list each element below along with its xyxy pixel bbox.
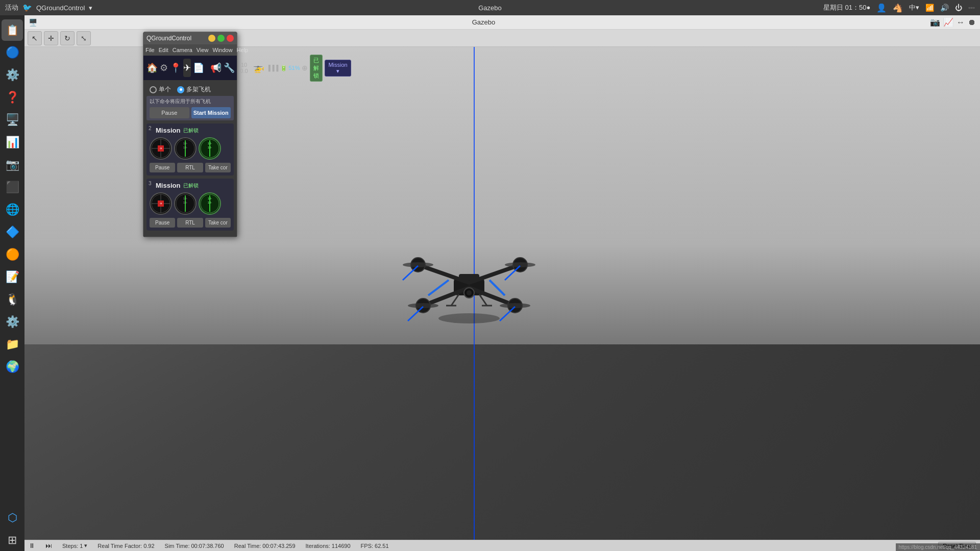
gz-rotate-tool[interactable]: ↻ [60,31,75,45]
gazebo-titlebar-left: 🖥️ [29,18,37,27]
horse-icon[interactable]: 🐴 [893,3,903,13]
qgc-doc-btn[interactable]: 📄 [193,59,204,77]
gz-translate-tool[interactable]: ✛ [44,31,58,45]
resize-icon[interactable]: ↔ [957,18,965,27]
drone-3-buttons: Pause RTL Take cor [150,218,231,228]
dock-item-app3[interactable]: ❓ [2,87,23,108]
gz-select-tool[interactable]: ↖ [28,31,42,45]
qgc-waypoint-btn[interactable]: 📍 [170,59,181,77]
speed-gauge-svg: 10- 10- [175,138,195,159]
camera-icon: 📷 [6,158,19,171]
svg-line-21 [403,266,418,280]
fps-display: FPS: 62.51 [361,543,389,549]
qgc-maximize-btn[interactable] [217,35,225,42]
drone-2-pause-btn[interactable]: Pause [150,163,175,172]
drone-3-pause-btn[interactable]: Pause [150,218,175,228]
broadcast-start-mission-button[interactable]: Start Mission [191,107,231,118]
dock-item-app4[interactable]: 🖥️ [2,109,23,131]
dock-item-app2[interactable]: ⚙️ [2,64,23,86]
menu-window[interactable]: Window [212,47,232,53]
steps-arrow[interactable]: ▾ [84,542,87,549]
mission-button[interactable]: Mission ▾ [325,60,351,77]
dock-item-terminal[interactable]: ⬛ [2,177,23,198]
qgc-plan-btn[interactable]: ✈ [183,59,191,77]
qgc-vehicle-icon[interactable]: 🚁 [253,59,264,77]
svg-line-26 [489,280,505,295]
menu-help[interactable]: Help [237,47,249,53]
url-text: https://blog.csdn.net/qq_44324181 [899,544,977,550]
dock-item-pulse[interactable]: 📊 [2,132,23,153]
sim-time-value: 00:07:38.760 [191,543,224,549]
dock-item-qgc[interactable]: ⬡ [2,507,23,529]
files-icon: 📋 [6,24,19,36]
steps-display[interactable]: Steps: 1 ▾ [62,542,87,549]
qgc-radio-row: 单个 多架飞机 [146,83,234,96]
alt-gauge-svg: 10- 10- [200,138,220,159]
time-display: 星期日 01：50● [823,3,870,12]
qgc-settings-btn[interactable]: ⚙ [160,59,168,77]
system-bar-center: Gazebo [478,4,502,12]
drone-3-header: Mission 已解锁 [156,182,231,189]
drone-2-gauges: ✈ 10- 10- [150,137,231,160]
dock-item-notes[interactable]: 📝 [2,266,23,288]
menu-file[interactable]: File [145,47,155,53]
screenshot-icon[interactable]: 📷 [930,17,940,27]
menu-edit[interactable]: Edit [159,47,168,53]
step-btn[interactable]: ⏭ [45,542,52,549]
dropdown-arrow-icon[interactable]: ▾ [89,4,92,12]
sim-time-label: Sim Time: [165,543,190,549]
dock-item-grid[interactable]: ⊞ [2,530,23,551]
app2-icon: ⚙️ [6,68,19,82]
dock-item-penguin[interactable]: 🐧 [2,289,23,310]
dock-item-settings[interactable]: ⚙️ [2,311,23,333]
qgc-minimize-btn[interactable] [208,35,215,42]
wifi-icon[interactable]: 📶 [925,4,934,12]
drone-3-takecontrol-btn[interactable]: Take cor [205,218,231,228]
gz-scale-tool[interactable]: ⤡ [77,31,91,45]
record-icon[interactable]: ⏺ [968,18,976,27]
language-icon[interactable]: 中▾ [909,3,919,12]
drone-2-alt-gauge: 10- 10- [199,137,221,160]
broadcast-pause-button[interactable]: Pause [150,107,189,118]
iterations-display: Iterations: 114690 [306,543,351,549]
qgc-close-btn[interactable] [227,35,234,42]
power-icon[interactable]: ⏻ [955,4,962,12]
qgc-home-btn[interactable]: 🏠 [146,59,158,77]
lock-status-button[interactable]: 已解锁 [310,55,323,82]
dock-item-files[interactable]: 📋 [2,19,23,41]
radio-multi[interactable]: 多架飞机 [177,85,211,94]
svg-text:✈: ✈ [160,202,162,205]
qgc-toolbar: 🏠 ⚙ 📍 ✈ 📄 📢 🔧 100.0 🚁 ▐▐▐ 🔋 51% ⊕ 已解锁 Mi… [143,56,237,80]
radio-single[interactable]: 单个 [150,85,171,94]
left-dock: 📋 🔵 ⚙️ ❓ 🖥️ 📊 📷 ⬛ 🌐 🔷 🟠 📝 🐧 ⚙️ 📁 🌍 [0,15,24,551]
dock-item-globe[interactable]: 🌍 [2,356,23,378]
settings-icon: ⚙️ [6,315,19,329]
app-name[interactable]: QGroundControl [36,4,85,12]
dock-item-folder[interactable]: 📁 [2,334,23,355]
drone-2-takecontrol-btn[interactable]: Take cor [205,163,231,172]
graph-icon[interactable]: 📈 [943,17,953,27]
person-icon[interactable]: 👤 [876,3,887,13]
radio-single-circle [150,86,157,93]
svg-line-25 [428,280,449,295]
drone-2-speed-gauge: 10- 10- [174,137,197,160]
menu-view[interactable]: View [197,47,209,53]
drone-3-rtl-btn[interactable]: RTL [177,218,203,228]
pause-btn[interactable]: ⏸ [29,542,35,549]
drone-2-rtl-btn[interactable]: RTL [177,163,203,172]
svg-text:✈: ✈ [160,147,162,150]
dock-item-chrome[interactable]: 🌐 [2,199,23,220]
system-bar-left: 活动 🐦 QGroundControl ▾ [5,3,92,12]
radio-multi-label: 多架飞机 [186,85,211,94]
battery-percent: 51% [288,65,300,71]
volume-icon[interactable]: 🔊 [940,4,949,12]
dock-item-vscode[interactable]: 🔷 [2,221,23,243]
qgc-tools-icon[interactable]: 🔧 [224,59,235,77]
dock-item-app1[interactable]: 🔵 [2,42,23,63]
drone-2-attitude-gauge: ✈ [150,137,172,160]
app1-icon: 🔵 [6,46,19,59]
dock-item-camera[interactable]: 📷 [2,154,23,176]
dock-item-layers[interactable]: 🟠 [2,244,23,265]
qgc-broadcast-icon[interactable]: 📢 [210,59,222,77]
menu-camera[interactable]: Camera [173,47,192,53]
